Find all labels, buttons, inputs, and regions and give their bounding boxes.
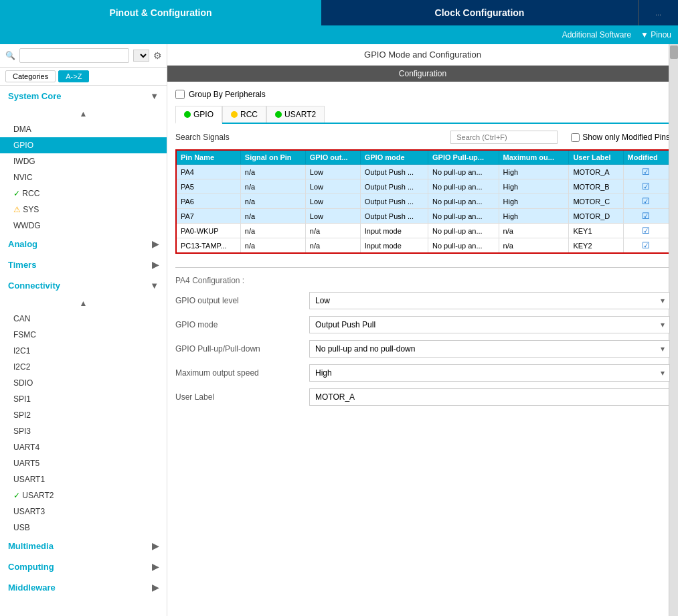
sidebar-item-usart1[interactable]: USART1 — [0, 471, 167, 487]
cell-signal: n/a — [240, 238, 305, 254]
max-speed-select[interactable]: High — [309, 364, 670, 382]
cell-gpio-pull: No pull-up an... — [428, 238, 499, 254]
additional-software-label[interactable]: Additional Software — [562, 30, 631, 40]
group-by-label: Group By Peripherals — [189, 90, 266, 99]
table-row[interactable]: PA6 n/a Low Output Push ... No pull-up a… — [176, 194, 669, 209]
search-signals-input[interactable] — [450, 131, 558, 144]
sidebar-item-wwdg[interactable]: WWDG — [0, 218, 167, 234]
check-icon: ☑ — [642, 240, 650, 250]
tab-categories[interactable]: Categories — [5, 70, 56, 82]
config-row-user-label: User Label — [175, 388, 670, 406]
sidebar-item-usb[interactable]: USB — [0, 520, 167, 536]
tab-rcc[interactable]: RCC — [222, 106, 266, 123]
sidebar-item-usart3[interactable]: USART3 — [0, 504, 167, 520]
cell-pin-name: PC13-TAMP... — [176, 238, 240, 254]
cell-gpio-out: Low — [305, 209, 360, 224]
gear-icon[interactable]: ⚙ — [153, 50, 162, 61]
gpio-mode-label: GPIO mode — [175, 320, 309, 329]
table-row[interactable]: PA0-WKUP n/a n/a Input mode No pull-up a… — [176, 224, 669, 238]
sidebar-item-spi2[interactable]: SPI2 — [0, 407, 167, 423]
cell-signal: n/a — [240, 179, 305, 194]
group-by-checkbox[interactable] — [175, 90, 185, 99]
sidebar-section-middleware[interactable]: Middleware ▶ — [0, 577, 167, 598]
cell-gpio-pull: No pull-up an... — [428, 209, 499, 224]
sidebar-item-uart4[interactable]: UART4 — [0, 439, 167, 455]
sidebar-item-iwdg[interactable]: IWDG — [0, 153, 167, 169]
signal-table: Pin Name Signal on Pin GPIO out... GPIO … — [175, 149, 670, 254]
sidebar-item-uart5[interactable]: UART5 — [0, 455, 167, 471]
sidebar-item-sys[interactable]: SYS — [0, 202, 167, 218]
chevron-right-icon-mw: ▶ — [152, 583, 159, 593]
col-gpio-mode: GPIO mode — [360, 150, 428, 165]
cell-gpio-pull: No pull-up an... — [428, 194, 499, 209]
cell-gpio-mode: Output Push ... — [360, 179, 428, 194]
sidebar-section-system-core[interactable]: System Core ▼ — [0, 86, 167, 106]
cell-signal: n/a — [240, 224, 305, 238]
gpio-pull-select[interactable]: No pull-up and no pull-down — [309, 340, 670, 358]
usart2-dot — [275, 111, 282, 118]
sidebar-item-gpio[interactable]: GPIO — [0, 137, 167, 153]
sidebar-section-connectivity[interactable]: Connectivity ▼ — [0, 275, 167, 296]
chevron-down-icon: ▼ — [150, 91, 159, 101]
sidebar-item-dma[interactable]: DMA — [0, 121, 167, 137]
sidebar-section-multimedia[interactable]: Multimedia ▶ — [0, 536, 167, 556]
cell-pin-name: PA7 — [176, 209, 240, 224]
cell-max-speed: n/a — [499, 238, 569, 254]
gpio-output-level-wrapper: Low — [309, 292, 670, 309]
sidebar-item-sdio[interactable]: SDIO — [0, 375, 167, 391]
pinout-short-label[interactable]: ▼ Pinou — [641, 30, 671, 40]
sidebar-item-i2c1[interactable]: I2C1 — [0, 343, 167, 359]
search-dropdown[interactable] — [133, 50, 149, 62]
table-row[interactable]: PA4 n/a Low Output Push ... No pull-up a… — [176, 165, 669, 179]
check-icon: ☑ — [642, 167, 650, 177]
show-modified-checkbox[interactable] — [571, 133, 580, 142]
cell-max-speed: n/a — [499, 224, 569, 238]
sidebar-item-nvic[interactable]: NVIC — [0, 169, 167, 185]
max-speed-wrapper: High — [309, 364, 670, 382]
gpio-pull-wrapper: No pull-up and no pull-down — [309, 340, 670, 358]
sidebar-item-spi3[interactable]: SPI3 — [0, 423, 167, 439]
scroll-up-system[interactable]: ▲ — [0, 106, 167, 121]
cell-gpio-mode: Input mode — [360, 224, 428, 238]
cell-pin-name: PA5 — [176, 179, 240, 194]
sidebar-section-computing[interactable]: Computing ▶ — [0, 556, 167, 577]
gpio-tabs-row: GPIO RCC USART2 — [175, 106, 670, 124]
gpio-output-level-select[interactable]: Low — [309, 292, 670, 309]
cell-user-label: MOTOR_D — [569, 209, 623, 224]
table-row[interactable]: PA5 n/a Low Output Push ... No pull-up a… — [176, 179, 669, 194]
sidebar-item-fsmc[interactable]: FSMC — [0, 327, 167, 343]
tab-az[interactable]: A->Z — [58, 70, 89, 82]
sidebar-item-i2c2[interactable]: I2C2 — [0, 359, 167, 375]
header-clock[interactable]: Clock Configuration — [321, 0, 638, 25]
search-input[interactable] — [19, 48, 129, 63]
col-gpio-pull: GPIO Pull-up... — [428, 150, 499, 165]
config-row-gpio-mode: GPIO mode Output Push Pull — [175, 316, 670, 333]
cell-max-speed: High — [499, 209, 569, 224]
sidebar-item-rcc[interactable]: RCC — [0, 185, 167, 202]
user-label-input[interactable] — [309, 388, 670, 406]
scroll-up-connectivity[interactable]: ▲ — [0, 296, 167, 311]
tab-gpio[interactable]: GPIO — [175, 106, 222, 124]
cell-user-label: KEY1 — [569, 224, 623, 238]
sidebar-section-timers[interactable]: Timers ▶ — [0, 254, 167, 275]
sidebar-section-analog[interactable]: Analog ▶ — [0, 234, 167, 254]
sidebar-item-can[interactable]: CAN — [0, 311, 167, 327]
cell-pin-name: PA4 — [176, 165, 240, 179]
sidebar-item-spi1[interactable]: SPI1 — [0, 391, 167, 407]
tab-usart2[interactable]: USART2 — [266, 106, 325, 123]
table-row[interactable]: PA7 n/a Low Output Push ... No pull-up a… — [176, 209, 669, 224]
table-row[interactable]: PC13-TAMP... n/a n/a Input mode No pull-… — [176, 238, 669, 254]
col-signal-on-pin: Signal on Pin — [240, 150, 305, 165]
scrollbar-right[interactable] — [669, 44, 678, 616]
cell-gpio-mode: Input mode — [360, 238, 428, 254]
col-user-label: User Label — [569, 150, 623, 165]
cell-gpio-mode: Output Push ... — [360, 194, 428, 209]
col-modified: Modified — [623, 150, 669, 165]
header-pinout: Pinout & Configuration — [0, 0, 321, 25]
col-max-speed: Maximum ou... — [499, 150, 569, 165]
cell-modified: ☑ — [623, 194, 669, 209]
cell-modified: ☑ — [623, 238, 669, 254]
cell-gpio-pull: No pull-up an... — [428, 179, 499, 194]
gpio-mode-select[interactable]: Output Push Pull — [309, 316, 670, 333]
sidebar-item-usart2[interactable]: USART2 — [0, 487, 167, 504]
